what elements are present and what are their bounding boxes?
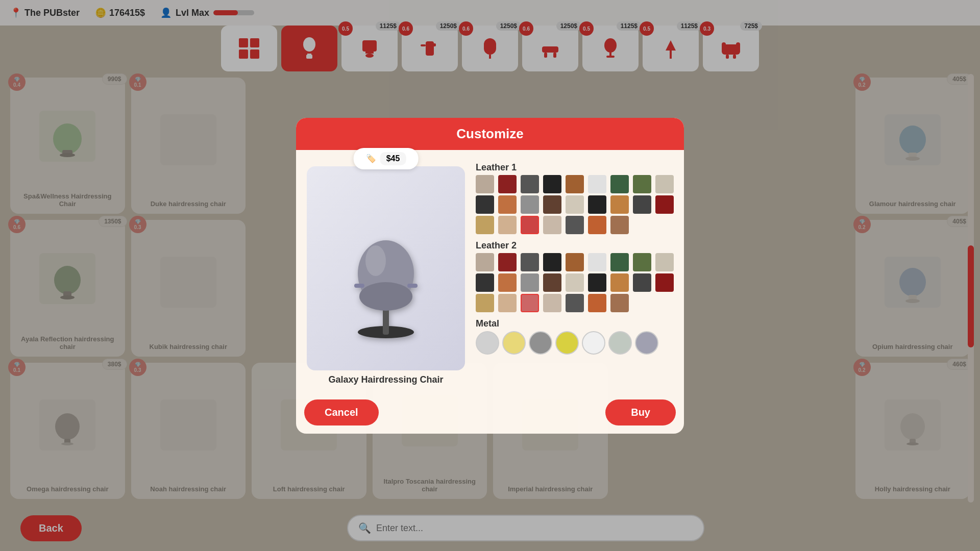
leather1-swatch-23[interactable] [588,216,606,234]
leather2-swatch-12[interactable] [543,273,561,292]
leather2-swatch-17[interactable] [655,273,674,292]
chair-3d-svg [330,194,442,342]
metal-swatch-2[interactable] [529,331,552,355]
leather2-swatch-23[interactable] [588,294,606,312]
leather2-swatch-19[interactable] [498,294,517,312]
metal-swatch-5[interactable] [608,331,632,355]
leather1-swatch-7[interactable] [633,175,651,193]
modal-header: Customize [296,118,684,150]
leather1-swatch-22[interactable] [566,216,584,234]
leather1-swatch-12[interactable] [543,195,561,214]
leather1-title: Leather 1 [476,162,676,173]
leather1-swatch-6[interactable] [610,175,629,193]
leather2-swatch-3[interactable] [543,253,561,271]
modal-title: Customize [456,126,523,141]
leather2-swatch-9[interactable] [476,273,494,292]
leather2-swatch-4[interactable] [566,253,584,271]
metal-swatch-0[interactable] [476,331,499,355]
leather1-swatch-13[interactable] [566,195,584,214]
metal-title: Metal [476,318,676,329]
metal-swatch-3[interactable] [555,331,579,355]
leather2-swatch-16[interactable] [633,273,651,292]
leather1-swatch-14[interactable] [588,195,606,214]
leather2-swatch-24[interactable] [610,294,629,312]
svg-rect-51 [354,284,364,288]
leather2-swatch-1[interactable] [498,253,517,271]
chair-price-tag: 🏷️ $45 [354,148,419,169]
leather2-section: Leather 2 [476,240,676,312]
leather2-swatch-11[interactable] [521,273,539,292]
metal-section: Metal [476,318,676,355]
modal-footer: Cancel Buy [296,393,684,434]
leather1-swatch-10[interactable] [498,195,517,214]
leather1-swatch-1[interactable] [498,175,517,193]
leather1-section: Leather 1 [476,162,676,234]
leather2-swatch-21[interactable] [543,294,561,312]
leather2-swatch-2[interactable] [521,253,539,271]
leather2-swatch-22[interactable] [566,294,584,312]
buy-button[interactable]: Buy [605,399,676,425]
metal-color-grid [476,331,676,355]
svg-rect-52 [407,284,418,288]
cancel-button[interactable]: Cancel [304,399,379,425]
leather1-swatch-11[interactable] [521,195,539,214]
leather1-swatch-8[interactable] [655,175,674,193]
leather2-swatch-10[interactable] [498,273,517,292]
leather1-swatch-0[interactable] [476,175,494,193]
metal-swatch-6[interactable] [635,331,658,355]
leather2-color-grid [476,253,676,312]
leather2-swatch-6[interactable] [610,253,629,271]
svg-rect-48 [383,307,389,335]
leather2-swatch-5[interactable] [588,253,606,271]
modal-chair-preview: 🏷️ $45 [304,158,468,385]
leather1-color-grid [476,175,676,234]
chair-name-label: Galaxy Hairdressing Chair [328,374,443,385]
svg-point-50 [359,282,412,311]
leather2-title: Leather 2 [476,240,676,251]
svg-point-53 [365,245,386,276]
leather2-swatch-7[interactable] [633,253,651,271]
leather1-swatch-17[interactable] [655,195,674,214]
price-icon: 🏷️ [366,154,376,163]
leather2-swatch-15[interactable] [610,273,629,292]
leather2-swatch-18[interactable] [476,294,494,312]
leather2-swatch-13[interactable] [566,273,584,292]
leather1-swatch-15[interactable] [610,195,629,214]
leather1-swatch-21[interactable] [543,216,561,234]
modal-body: 🏷️ $45 [296,150,684,393]
leather1-swatch-5[interactable] [588,175,606,193]
chair-preview-box [307,166,465,370]
leather1-swatch-9[interactable] [476,195,494,214]
leather1-swatch-18[interactable] [476,216,494,234]
leather2-swatch-8[interactable] [655,253,674,271]
leather1-swatch-16[interactable] [633,195,651,214]
price-value: $45 [380,152,406,165]
leather2-swatch-14[interactable] [588,273,606,292]
leather1-swatch-20[interactable] [521,216,539,234]
metal-swatch-4[interactable] [582,331,605,355]
leather2-swatch-20[interactable] [521,294,539,312]
customize-modal: Customize 🏷️ $45 [296,118,684,434]
leather1-swatch-19[interactable] [498,216,517,234]
modal-options: Leather 1 Leather 2 Metal [476,158,676,385]
modal-overlay: Customize 🏷️ $45 [0,0,980,551]
leather1-swatch-2[interactable] [521,175,539,193]
metal-swatch-1[interactable] [502,331,526,355]
leather1-swatch-4[interactable] [566,175,584,193]
leather1-swatch-24[interactable] [610,216,629,234]
leather2-swatch-0[interactable] [476,253,494,271]
leather1-swatch-3[interactable] [543,175,561,193]
